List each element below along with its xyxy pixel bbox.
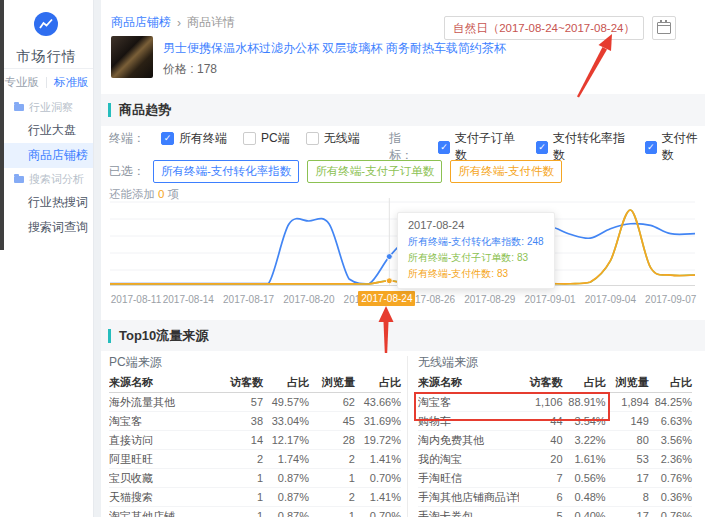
checkbox-label: 支付件数 <box>662 130 705 164</box>
table-row: 淘宝客3833.04%4531.69% <box>109 412 401 431</box>
x-axis-tick: 2017-08-29 <box>460 294 520 305</box>
cell: 149 <box>606 415 649 427</box>
checkbox-option[interactable]: 支付转化率指数 <box>536 130 629 164</box>
table-row: 我的淘宝201.61%532.36% <box>418 450 692 469</box>
x-axis-tick: 2017-09-07 <box>641 294 701 305</box>
cell: 0.40% <box>563 510 606 517</box>
cell: 62 <box>309 396 355 408</box>
table-row: 天猫搜索10.87%21.41% <box>109 488 401 507</box>
checkbox[interactable] <box>536 141 548 154</box>
sidebar-item[interactable]: 行业大盘 <box>0 118 93 143</box>
tab-divider <box>46 77 47 88</box>
selected-label: 已选： <box>109 163 145 180</box>
cell: 我的淘宝 <box>418 452 519 467</box>
app-logo <box>34 12 58 36</box>
calendar-button[interactable] <box>652 16 676 40</box>
cell: 8 <box>606 491 649 503</box>
pc-sources-table: PC端来源 来源名称访客数占比浏览量占比海外流量其他5749.57%6243.6… <box>109 354 401 517</box>
cell: 1.74% <box>263 453 309 465</box>
checkbox-option[interactable]: 所有终端 <box>161 130 227 147</box>
cell: 3.56% <box>649 434 692 446</box>
sidebar-item[interactable]: 商品店铺榜 <box>0 143 93 168</box>
annotation-highlight-rect <box>414 392 610 421</box>
product-title-link[interactable]: 男士便携保温水杯过滤办公杯 双层玻璃杯 商务耐热车载简约茶杯 <box>163 40 506 57</box>
tooltip-metric: 所有终端-支付件数: 83 <box>408 266 544 282</box>
checkbox[interactable] <box>645 141 657 154</box>
column-header: 占比 <box>649 375 692 390</box>
tab-standard-version[interactable]: 标准版 <box>54 75 89 90</box>
table-header-row: 来源名称访客数占比浏览量占比 <box>109 372 401 393</box>
section-header-sources: Top10流量来源 <box>101 320 705 351</box>
sidebar-item[interactable]: 搜索词查询 <box>0 215 93 240</box>
tooltip-rows: 所有终端-支付转化率指数: 248所有终端-支付子订单数: 83所有终端-支付件… <box>408 234 544 282</box>
sidebar-dark-edge <box>0 0 4 250</box>
breadcrumb-parent-link[interactable]: 商品店铺榜 <box>111 14 171 31</box>
product-thumbnail[interactable] <box>111 36 153 78</box>
tab-pro-version[interactable]: 专业版 <box>5 75 40 90</box>
x-axis-tick: 2017-09-04 <box>580 294 640 305</box>
cell: 淘内免费其他 <box>418 433 519 448</box>
selected-metric-tag[interactable]: 所有终端-支付子订单数 <box>307 160 442 183</box>
breadcrumb: 商品店铺榜 › 商品详情 <box>111 14 235 31</box>
selected-metric-tag[interactable]: 所有终端-支付转化率指数 <box>153 160 299 183</box>
cell: 0.48% <box>563 491 606 503</box>
metric-group-label: 指标： <box>389 130 422 164</box>
cell: 阿里旺旺 <box>109 452 217 467</box>
cell: 1 <box>309 472 355 484</box>
checkbox-option[interactable]: 支付件数 <box>645 130 705 164</box>
sidebar-section: 行业洞察 <box>0 96 93 118</box>
checkbox-option[interactable]: PC端 <box>243 130 290 147</box>
checkbox[interactable] <box>306 132 319 145</box>
table-header-row: 来源名称访客数占比浏览量占比 <box>418 372 692 393</box>
metric-filter-group: 指标： 支付子订单数支付转化率指数支付件数 <box>389 130 705 164</box>
cell: 1.61% <box>563 453 606 465</box>
x-axis-tick: 2017-08-17 <box>219 294 279 305</box>
checkbox-option[interactable]: 支付子订单数 <box>438 130 520 164</box>
cell: 57 <box>217 396 263 408</box>
cell: 0.56% <box>563 472 606 484</box>
cell: 手淘卡券包 <box>418 509 519 517</box>
column-header: 来源名称 <box>109 375 217 390</box>
chart-tooltip: 2017-08-24 所有终端-支付转化率指数: 248所有终端-支付子订单数:… <box>397 212 555 289</box>
cell: 45 <box>309 415 355 427</box>
cell: 31.69% <box>355 415 401 427</box>
sidebar-gutter <box>94 0 101 517</box>
column-header: 占比 <box>263 375 309 390</box>
wireless-sources-subtitle: 无线端来源 <box>418 354 692 368</box>
section-title: Top10流量来源 <box>119 327 208 345</box>
checkbox-label: 所有终端 <box>179 130 227 147</box>
table-row: 淘宝其他店铺10.87%10.70% <box>109 507 401 517</box>
x-axis-tick: 2017-08-11 <box>106 294 166 305</box>
pc-table-body: 来源名称访客数占比浏览量占比海外流量其他5749.57%6243.66%淘宝客3… <box>109 372 401 517</box>
section-accent-bar <box>108 103 111 117</box>
cell: 1.41% <box>355 491 401 503</box>
x-axis: 2017-08-112017-08-142017-08-172017-08-20… <box>108 292 697 308</box>
cell: 淘宝其他店铺 <box>109 509 217 517</box>
cell: 17 <box>606 510 649 517</box>
table-row: 淘内免费其他403.22%803.56% <box>418 431 692 450</box>
sidebar-section-label: 行业洞察 <box>29 100 73 115</box>
breadcrumb-current: 商品详情 <box>187 14 235 31</box>
column-header: 访客数 <box>217 375 263 390</box>
table-row: 手淘卡券包50.40%170.76% <box>418 507 692 517</box>
checkbox[interactable] <box>243 132 256 145</box>
checkbox-label: 支付转化率指数 <box>553 130 629 164</box>
cell: 0.70% <box>355 472 401 484</box>
selected-metric-tag[interactable]: 所有终端-支付件数 <box>450 160 562 183</box>
sidebar-item[interactable]: 行业热搜词 <box>0 190 93 215</box>
tooltip-metric: 所有终端-支付子订单数: 83 <box>408 250 544 266</box>
calendar-icon <box>657 22 671 34</box>
column-header: 浏览量 <box>606 375 649 390</box>
line-chart-icon <box>39 18 53 30</box>
cell: 直接访问 <box>109 433 217 448</box>
sidebar-section: 搜索词分析 <box>0 168 93 190</box>
terminal-group-label: 终端： <box>109 130 145 147</box>
metric-options: 支付子订单数支付转化率指数支付件数 <box>438 130 705 164</box>
checkbox[interactable] <box>438 141 450 154</box>
cell: 1 <box>217 472 263 484</box>
cell: 0.76% <box>649 472 692 484</box>
column-header: 访客数 <box>519 375 562 390</box>
checkbox-option[interactable]: 无线端 <box>306 130 360 147</box>
checkbox[interactable] <box>161 132 174 145</box>
main-content: 商品店铺榜 › 商品详情 男士便携保温水杯过滤办公杯 双层玻璃杯 商务耐热车载简… <box>101 0 705 517</box>
